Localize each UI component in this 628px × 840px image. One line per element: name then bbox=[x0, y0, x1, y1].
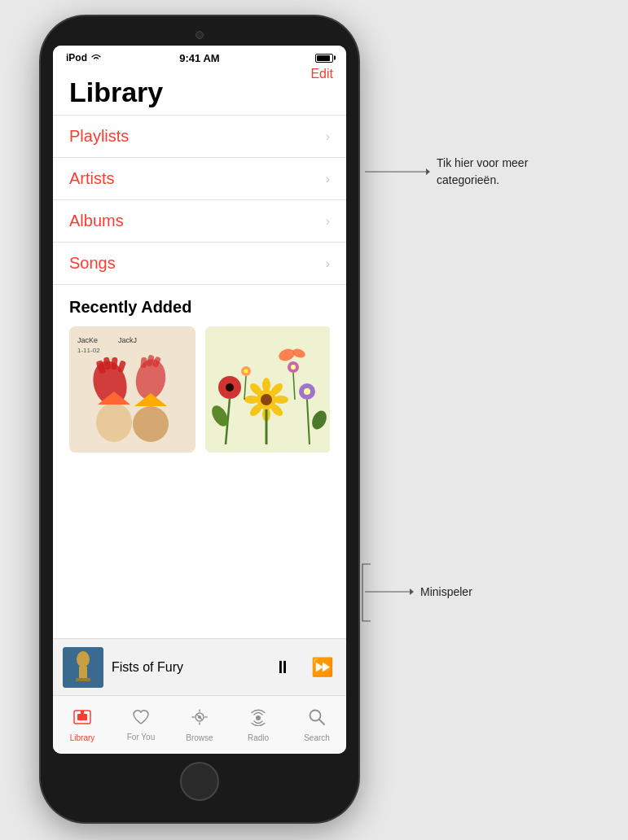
svg-text:1-11-02: 1-11-02 bbox=[77, 347, 100, 354]
svg-rect-50 bbox=[77, 714, 87, 720]
mini-player-art bbox=[63, 647, 103, 688]
svg-line-57 bbox=[319, 720, 324, 724]
album-thumb-1[interactable]: JacKe JackJ 1-11-02 bbox=[69, 326, 195, 453]
svg-rect-48 bbox=[76, 678, 90, 681]
playlists-label: Playlists bbox=[69, 127, 129, 146]
recently-added-section: Recently Added JacKe JackJ bbox=[53, 285, 346, 459]
tab-radio[interactable]: Radio bbox=[234, 708, 283, 742]
album-thumb-2[interactable] bbox=[205, 326, 330, 453]
library-list: Playlists › Artists › Albums › Songs › bbox=[53, 115, 346, 285]
minispeler-bracket bbox=[358, 560, 375, 625]
svg-rect-47 bbox=[79, 667, 87, 680]
svg-marker-61 bbox=[410, 588, 414, 595]
library-item-artists[interactable]: Artists › bbox=[53, 158, 346, 200]
edit-annotation-line bbox=[365, 165, 430, 178]
foryou-tab-label: For You bbox=[127, 733, 155, 742]
svg-point-13 bbox=[96, 403, 132, 442]
tab-foryou[interactable]: For You bbox=[116, 709, 165, 742]
svg-rect-7 bbox=[111, 357, 117, 370]
library-tab-label: Library bbox=[70, 733, 95, 742]
chevron-icon: › bbox=[326, 172, 330, 186]
svg-rect-0 bbox=[69, 326, 195, 453]
edit-annotation-text: Tik hier voor meer categorieën. bbox=[437, 155, 583, 189]
svg-point-20 bbox=[262, 378, 270, 392]
svg-point-19 bbox=[261, 394, 272, 405]
minispeler-annotation-line bbox=[365, 585, 414, 598]
svg-rect-51 bbox=[81, 711, 84, 714]
radio-icon bbox=[248, 708, 268, 731]
chevron-icon: › bbox=[326, 129, 330, 144]
albums-label: Albums bbox=[69, 212, 124, 230]
chevron-icon: › bbox=[326, 256, 330, 271]
browse-tab-label: Browse bbox=[186, 733, 213, 742]
library-tab-icon bbox=[72, 708, 92, 731]
svg-point-55 bbox=[256, 715, 261, 720]
mini-player-controls: ⏸ ⏩ bbox=[270, 654, 336, 681]
status-device: iPod bbox=[66, 52, 102, 63]
svg-point-30 bbox=[226, 383, 234, 392]
device: iPod 9:41 AM Edi bbox=[41, 16, 358, 822]
mini-player[interactable]: Fists of Fury ⏸ ⏩ bbox=[53, 638, 346, 695]
svg-point-14 bbox=[133, 406, 169, 442]
tab-browse[interactable]: Browse bbox=[175, 708, 224, 742]
device-name-label: iPod bbox=[66, 52, 87, 63]
library-item-albums[interactable]: Albums › bbox=[53, 200, 346, 243]
svg-marker-59 bbox=[426, 168, 430, 175]
scene: iPod 9:41 AM Edi bbox=[0, 0, 628, 840]
browse-icon bbox=[191, 708, 209, 731]
mini-player-song-title: Fists of Fury bbox=[112, 660, 262, 675]
main-content: Library Playlists › Artists › Albums › bbox=[53, 67, 346, 638]
radio-tab-label: Radio bbox=[248, 733, 269, 742]
svg-text:JackJ: JackJ bbox=[118, 336, 137, 344]
svg-point-54 bbox=[198, 715, 201, 719]
home-button[interactable] bbox=[180, 762, 219, 801]
edit-button[interactable]: Edit bbox=[310, 67, 333, 81]
library-item-songs[interactable]: Songs › bbox=[53, 243, 346, 285]
tab-bar: Library For You bbox=[53, 695, 346, 754]
battery-icon bbox=[315, 54, 333, 63]
wifi-icon bbox=[90, 53, 102, 63]
songs-label: Songs bbox=[69, 254, 116, 273]
tab-search[interactable]: Search bbox=[292, 708, 341, 742]
chevron-icon: › bbox=[326, 214, 330, 229]
screen: iPod 9:41 AM Edi bbox=[53, 46, 346, 754]
album-grid: JacKe JackJ 1-11-02 bbox=[69, 326, 330, 453]
minispeler-annotation-text: Minispeler bbox=[420, 584, 472, 599]
status-time: 9:41 AM bbox=[179, 52, 219, 64]
svg-point-33 bbox=[304, 388, 310, 395]
svg-point-46 bbox=[77, 651, 90, 667]
status-battery bbox=[315, 54, 333, 63]
svg-point-22 bbox=[274, 396, 288, 404]
tab-library[interactable]: Library bbox=[58, 708, 107, 742]
artists-label: Artists bbox=[69, 169, 115, 188]
library-item-playlists[interactable]: Playlists › bbox=[53, 116, 346, 158]
status-bar: iPod 9:41 AM bbox=[53, 46, 346, 67]
svg-text:JacKe: JacKe bbox=[77, 336, 98, 344]
front-camera bbox=[195, 31, 204, 39]
pause-button[interactable]: ⏸ bbox=[270, 654, 295, 681]
svg-point-39 bbox=[291, 365, 296, 370]
svg-point-36 bbox=[244, 370, 248, 374]
search-tab-label: Search bbox=[304, 733, 330, 742]
svg-point-26 bbox=[244, 396, 259, 404]
svg-rect-10 bbox=[140, 357, 147, 369]
heart-icon bbox=[132, 709, 150, 730]
forward-button[interactable]: ⏩ bbox=[308, 654, 336, 681]
search-icon bbox=[308, 708, 326, 731]
library-title: Library bbox=[53, 67, 346, 115]
recently-added-title: Recently Added bbox=[69, 298, 330, 317]
